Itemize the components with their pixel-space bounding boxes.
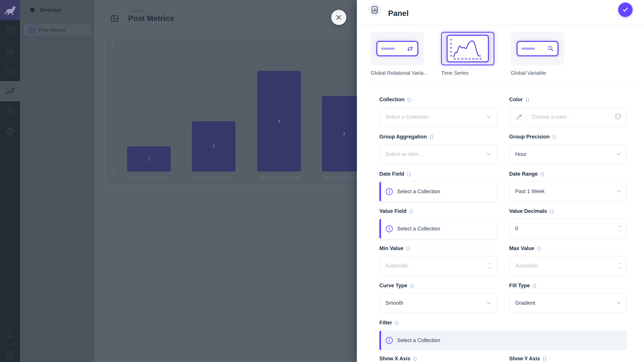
notifications-button[interactable] <box>0 325 20 345</box>
value-field-notice: Select a Collection <box>379 219 497 239</box>
raw-value-icon[interactable]: {} <box>395 320 399 326</box>
fill-type-field-label: Fill Type{} <box>509 283 537 289</box>
number-stepper[interactable] <box>488 263 492 269</box>
directus-insights-screen: Directus Post Metrics Insights Post Metr… <box>0 0 644 362</box>
user-menu-button[interactable] <box>0 345 20 362</box>
raw-value-icon[interactable]: {} <box>406 246 410 251</box>
max-value-input[interactable]: Automatic <box>509 256 626 276</box>
dashboard-title-icon <box>111 15 118 22</box>
sidebar-item-post-metrics-dashboard[interactable]: Post Metrics <box>24 24 91 35</box>
filter-field-label: Filter{} <box>379 320 399 326</box>
files-folder-icon <box>6 67 14 75</box>
directus-logo[interactable] <box>0 0 20 20</box>
raw-value-icon[interactable]: {} <box>526 97 530 102</box>
value-decimals-field-label: Value Decimals{} <box>509 208 554 214</box>
panel-type-time-series[interactable] <box>441 32 494 65</box>
panel-icon-button[interactable] <box>368 3 381 16</box>
max-value-field-label: Max Value{} <box>509 245 541 251</box>
value-decimals-input[interactable]: 0 <box>509 219 626 238</box>
filter-notice: Select a Collection <box>379 331 627 350</box>
swap-arrows-icon <box>406 46 414 51</box>
sidebar-item-settings[interactable] <box>0 121 20 141</box>
raw-value-icon[interactable]: {} <box>540 171 545 177</box>
raw-value-icon[interactable]: {} <box>532 283 537 288</box>
bar-value-label: 3 <box>342 131 345 136</box>
content-cube-icon <box>6 25 14 35</box>
chart-bar: 2 <box>192 121 236 171</box>
time-series-panel-card[interactable]: 5 0 1 2 4 3 2024-11-01T12:00:00 2024-11-… <box>106 37 362 185</box>
color-field-label: Color{} <box>509 96 530 103</box>
project-icon <box>29 7 36 13</box>
section-divider <box>371 86 637 86</box>
bar-value-label: 1 <box>148 156 150 162</box>
raw-value-icon[interactable]: {} <box>430 134 434 139</box>
min-value-field-label: Min Value{} <box>379 245 410 251</box>
sidebar-item-insights[interactable] <box>0 81 20 101</box>
raw-value-icon[interactable]: {} <box>410 283 414 288</box>
chevron-down-icon <box>616 190 621 193</box>
nav-item-label: Post Metrics <box>39 27 66 33</box>
project-header[interactable]: Directus <box>20 5 94 15</box>
number-stepper[interactable] <box>618 226 622 232</box>
panel-type-label: Global Variable <box>511 70 546 76</box>
collection-select[interactable]: Select a Collection <box>379 107 497 127</box>
info-icon <box>386 337 393 344</box>
eyedropper-button[interactable] <box>511 109 527 125</box>
palette-icon <box>614 113 622 120</box>
raw-value-icon[interactable]: {} <box>550 209 554 214</box>
group-precision-field-label: Group Precision{} <box>509 134 556 140</box>
raw-value-icon[interactable]: {} <box>552 134 556 139</box>
bar-chart-plot: 1 2 4 3 <box>106 46 362 171</box>
panel-type-global-relational-variable[interactable] <box>371 32 424 65</box>
raw-value-icon[interactable]: {} <box>407 171 411 177</box>
raw-value-icon[interactable]: {} <box>407 97 412 102</box>
stepper-up-icon <box>618 226 622 228</box>
raw-value-icon[interactable]: {} <box>413 356 417 361</box>
page-title: Post Metrics <box>128 14 174 23</box>
group-precision-select[interactable]: Hour <box>509 144 626 164</box>
palette-button[interactable] <box>614 113 622 121</box>
chart-bar: 1 <box>127 146 171 171</box>
raw-value-icon[interactable]: {} <box>537 246 541 251</box>
group-aggregation-select[interactable]: Select an item... <box>379 144 497 164</box>
raw-value-icon[interactable]: {} <box>409 209 414 214</box>
date-field-label: Date Field{} <box>379 171 411 177</box>
help-icon <box>6 107 14 116</box>
check-icon <box>622 6 629 13</box>
date-range-select[interactable]: Past 1 Week <box>509 182 626 201</box>
raw-value-icon[interactable]: {} <box>543 356 547 361</box>
curve-type-field-label: Curve Type{} <box>379 283 414 289</box>
chevron-down-icon <box>487 302 491 304</box>
close-icon <box>336 14 342 21</box>
save-panel-button[interactable] <box>618 2 632 17</box>
chevron-down-icon <box>487 116 491 118</box>
date-field-notice: Select a Collection <box>379 182 497 201</box>
sidebar-item-files[interactable] <box>0 61 20 81</box>
close-drawer-button[interactable] <box>331 10 346 25</box>
min-value-input[interactable]: Automatic <box>379 256 497 276</box>
relational-variable-icon <box>376 41 418 56</box>
sidebar-item-content[interactable] <box>0 20 20 40</box>
project-name: Directus <box>40 7 61 13</box>
color-input[interactable]: Choose a color... <box>509 107 626 127</box>
curve-type-select[interactable]: Smooth <box>379 293 497 313</box>
sidebar-item-help[interactable] <box>0 101 20 121</box>
stepper-down-icon <box>618 267 622 269</box>
nav-panel <box>20 0 94 362</box>
notifications-bell-icon <box>6 330 14 339</box>
breadcrumb[interactable]: Insights <box>128 8 144 13</box>
x-axis-label: 2024-11-21T12:00:00 <box>302 175 362 180</box>
panel-type-label: Time Series <box>441 70 468 76</box>
stepper-down-icon <box>488 267 492 269</box>
number-stepper[interactable] <box>618 263 622 269</box>
stepper-up-icon <box>618 263 622 265</box>
collection-field-label: Collection{} <box>379 96 412 103</box>
panel-type-global-variable[interactable] <box>511 32 564 65</box>
fill-type-select[interactable]: Gradient <box>509 293 626 313</box>
group-aggregation-field-label: Group Aggregation{} <box>379 134 434 140</box>
info-icon <box>386 188 393 195</box>
panel-editor-drawer: Panel <box>357 0 644 362</box>
chart-bar: 3 <box>322 96 362 171</box>
sidebar-item-users[interactable] <box>0 40 20 61</box>
date-range-field-label: Date Range{} <box>509 171 545 177</box>
